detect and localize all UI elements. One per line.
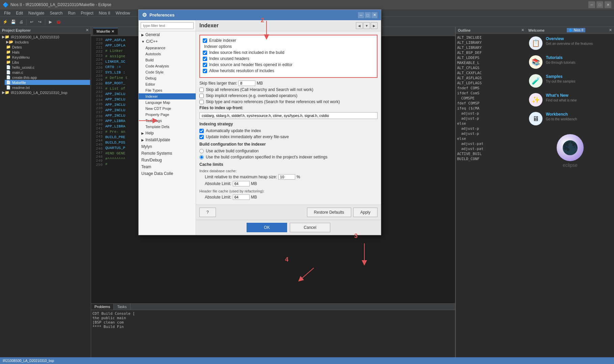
minimize-button[interactable]: ─ <box>588 1 595 8</box>
welcome-item-samples[interactable]: 🧪 Samples Try out the samples <box>529 74 611 88</box>
pref-nav-language-map[interactable]: Language Map <box>139 99 196 105</box>
pref-nav-general[interactable]: ▶ General <box>139 31 196 38</box>
pref-nav-remote[interactable]: Remote Systems <box>139 150 196 157</box>
pref-nav-autotools[interactable]: Autotools <box>139 51 196 57</box>
maximize-button[interactable]: □ <box>596 1 603 8</box>
toolbar-btn-run[interactable]: ▶ <box>47 18 54 26</box>
pref-nav-build[interactable]: Build <box>139 57 196 63</box>
auto-update-checkbox[interactable] <box>199 129 204 133</box>
dialog-maximize[interactable]: □ <box>365 12 371 18</box>
tree-item-keysmenu[interactable]: 📁 KeysMenu <box>5 55 90 60</box>
tree-item-libs[interactable]: 📁 Libs <box>5 60 90 65</box>
pref-nav-usage[interactable]: Usage Data Colle <box>139 170 196 177</box>
tree-item-main[interactable]: 📄 main.c <box>5 70 90 75</box>
toolbar-btn-4[interactable]: ↩ <box>28 18 35 26</box>
pref-nav-cpp[interactable]: ▼ C/C++ <box>139 38 196 45</box>
pref-nav-task-tags[interactable]: Task Tags <box>139 118 196 124</box>
toolbar-btn-1[interactable]: ⚡ <box>1 18 9 26</box>
tree-label: IR21008S00_LA_D20210310_bsp <box>11 91 67 95</box>
outline-item: ALT_INCLUDI <box>457 35 525 40</box>
menu-search[interactable]: Search <box>47 9 65 17</box>
pref-nav-code-analysis[interactable]: Code Analysis <box>139 63 196 69</box>
indexer-options-box: Enable indexer Indexer options Index sou… <box>199 35 378 78</box>
menu-project[interactable]: Project <box>78 9 96 17</box>
pref-nav-install[interactable]: ▶ Install/Update <box>139 136 196 143</box>
tree-item-hello[interactable]: 📄 hello_ucosii.c <box>5 65 90 70</box>
tree-item-detes[interactable]: 📁 Detes <box>5 44 90 50</box>
welcome-item-whatsnew[interactable]: ✨ What's New Find out what is new <box>529 93 611 107</box>
skip-implicit-checkbox[interactable] <box>199 94 204 98</box>
pref-nav-mylyn[interactable]: Mylyn <box>139 143 196 150</box>
menu-file[interactable]: File <box>1 9 13 17</box>
skip-type-label: Skip type and macro references (Search f… <box>206 99 340 104</box>
tree-item-hals[interactable]: 📁 Hals <box>5 50 90 55</box>
pref-back-button[interactable]: ◀ <box>356 22 363 29</box>
header-absolute-input[interactable] <box>233 194 250 200</box>
tree-item-readme[interactable]: 📄 readme.txt <box>5 85 90 90</box>
pref-nav-property-page[interactable]: Property Page <box>139 112 196 118</box>
menu-edit[interactable]: Edit <box>13 9 26 17</box>
index-db-cache-label: Index database cache: <box>199 169 378 173</box>
pref-nav-code-style[interactable]: Code Style <box>139 69 196 75</box>
pref-nav-template[interactable]: Template Defa <box>139 124 196 130</box>
restore-defaults-button[interactable]: Restore Defaults <box>307 208 351 217</box>
use-active-config-radio[interactable] <box>199 149 204 153</box>
enable-indexer-checkbox[interactable] <box>203 38 207 43</box>
skip-size-input[interactable] <box>239 81 255 86</box>
project-explorer-content[interactable]: ▶📁 IR21008S00_LA_D20210310 ▶📂 Includes 📁… <box>0 34 91 364</box>
outline-close[interactable]: ✕ <box>521 28 524 32</box>
help-button[interactable]: ? <box>199 208 216 217</box>
welcome-item-tutorials[interactable]: 📚 Tutorials Go through tutorials <box>529 55 611 69</box>
dialog-close[interactable]: ✕ <box>371 12 378 18</box>
toolbar-btn-debug[interactable]: 🐞 <box>55 18 62 26</box>
welcome-close[interactable]: ✕ <box>609 28 612 32</box>
toolbar-btn-3[interactable]: 🖨 <box>18 18 25 26</box>
menu-window[interactable]: Window <box>113 9 133 17</box>
use-project-config-radio[interactable] <box>199 155 204 159</box>
tree-item-makefile[interactable]: 📄 Makefile <box>5 80 90 85</box>
tree-item-create[interactable]: 📄 create-this-app <box>5 75 90 80</box>
ok-button[interactable]: OK <box>247 223 287 232</box>
absolute-limit-input[interactable] <box>233 181 250 186</box>
limit-relative-input[interactable] <box>278 174 295 180</box>
close-button[interactable]: ✕ <box>605 1 611 8</box>
pref-nav-team[interactable]: Team <box>139 163 196 170</box>
welcome-item-overview[interactable]: 📋 Overview Get an overview of the featur… <box>529 36 611 50</box>
pref-nav-indexer[interactable]: Indexer <box>139 93 196 99</box>
file-icon: 📄 <box>6 75 11 80</box>
tree-item-root1[interactable]: ▶📁 IR21008S00_LA_D20210310 <box>1 34 90 39</box>
tree-item-includes[interactable]: ▶📂 Includes <box>5 39 90 44</box>
pref-dropdown-button[interactable]: ▼ <box>363 22 370 29</box>
welcome-item-workbench[interactable]: 🖥 Workbench Go to the workbench <box>529 112 611 125</box>
pref-nav-debug[interactable]: Debug <box>139 75 196 81</box>
pref-nav-appearance[interactable]: Appearance <box>139 45 196 51</box>
pref-nav-editor[interactable]: Editor <box>139 81 196 87</box>
tree-item-bsp[interactable]: ▶📁 IR21008S00_LA_D20210310_bsp <box>1 90 90 95</box>
skip-type-checkbox[interactable] <box>199 100 204 104</box>
menu-navigate[interactable]: Navigate <box>26 9 47 17</box>
pref-nav-filetypes[interactable]: File Types <box>139 87 196 93</box>
tab-tasks[interactable]: Tasks <box>114 304 130 310</box>
dialog-minimize[interactable]: ─ <box>358 12 364 18</box>
pref-forward-button[interactable]: ▶ <box>371 22 378 29</box>
toolbar-btn-5[interactable]: ↪ <box>36 18 44 26</box>
apply-button[interactable]: Apply <box>353 208 378 217</box>
editor-tab-makefile[interactable]: Makefile ✕ <box>93 28 118 35</box>
files-to-index-input[interactable] <box>199 112 378 119</box>
update-on-save-checkbox[interactable] <box>199 135 204 139</box>
opt-unused-headers-checkbox[interactable] <box>203 57 207 61</box>
menu-nios2[interactable]: Nios II <box>96 9 113 17</box>
skip-refs-checkbox[interactable] <box>199 88 204 92</box>
opt-opened-files-checkbox[interactable] <box>203 63 207 67</box>
tab-problems[interactable]: Problems <box>91 304 114 310</box>
opt-heuristic-checkbox[interactable] <box>203 69 207 73</box>
pref-search-input[interactable] <box>141 22 194 29</box>
cancel-button[interactable]: Cancel <box>290 223 330 232</box>
toolbar-btn-2[interactable]: 💾 <box>9 18 17 26</box>
menu-run[interactable]: Run <box>65 9 78 17</box>
opt-index-source-checkbox[interactable] <box>203 51 207 55</box>
pref-nav-rundebug[interactable]: Run/Debug <box>139 157 196 163</box>
console-line: [BSP clean com <box>92 320 454 325</box>
pref-nav-help[interactable]: ▶ Help <box>139 130 196 136</box>
pref-nav-new-cdt[interactable]: New CDT Proje <box>139 105 196 112</box>
